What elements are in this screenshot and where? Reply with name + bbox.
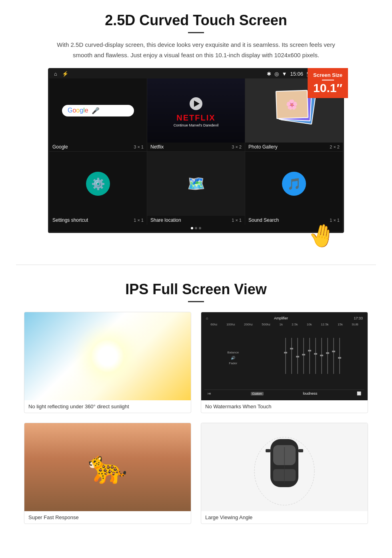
amp-left-labels: Balance 🔊 Fader <box>227 351 239 365</box>
google-logo: Google <box>68 107 88 114</box>
amp-loudness-label: loudness <box>303 391 317 395</box>
share-app-inner: 🗺️ <box>147 152 245 216</box>
amp-vol-icon: 🔊 <box>231 356 235 360</box>
amp-home-icon: ⌂ <box>206 316 208 320</box>
freq-labels: 60hz 100hz 200hz 500hz 1k 2.5k 10k 12.5k… <box>204 323 364 326</box>
gallery-label-row: Photo Gallery 2 × 2 <box>245 143 343 151</box>
section-curved-screen: 2.5D Curved Touch Screen With 2.5D curve… <box>0 0 392 257</box>
cheetah-icon: 🐆 <box>88 448 128 486</box>
svg-rect-11 <box>314 353 317 355</box>
svg-rect-26 <box>298 449 303 452</box>
svg-rect-9 <box>308 350 311 351</box>
status-time: 15:06 <box>290 71 303 77</box>
maps-icon: 🗺️ <box>187 175 205 192</box>
feature-car: Large Viewing Angle <box>201 423 368 524</box>
sound-app-cell[interactable]: 🎵 Sound Search 1 × 1 <box>245 152 343 225</box>
google-mic-icon[interactable]: 🎤 <box>92 107 100 114</box>
feature-cheetah: 🐆 Super Fast Response <box>24 423 191 524</box>
title-divider <box>188 32 204 33</box>
share-label: Share location <box>150 217 181 223</box>
netflix-content: NETFLIX Continue Marvel's Daredevil <box>174 94 218 127</box>
music-note-icon: 🎵 <box>287 177 301 191</box>
svg-rect-5 <box>296 356 299 357</box>
settings-icon-circle: ⚙️ <box>86 172 110 196</box>
settings-app-inner: ⚙️ <box>49 152 147 216</box>
hand-pointer-icon: 🤚 <box>306 221 338 251</box>
play-triangle-icon <box>194 100 200 107</box>
device-screen: ⌂ ⚡ ✱ ◎ ▼ 15:06 📷 🔊 ✖ ▭ <box>48 68 344 233</box>
amp-top-bar: ⌂ Amplifier 17:33 <box>204 315 364 321</box>
car-bg <box>201 423 368 511</box>
google-app-cell[interactable]: Google 🎤 Google 3 × 1 <box>49 78 147 151</box>
svg-rect-3 <box>290 348 293 349</box>
amp-toggle-icon[interactable]: ⬜ <box>357 391 361 395</box>
location-icon: ◎ <box>274 71 279 77</box>
cheetah-bg: 🐆 <box>24 423 191 511</box>
section1-title: 2.5D Curved Touch Screen <box>24 12 368 29</box>
cheetah-caption: Super Fast Response <box>24 511 191 524</box>
svg-rect-25 <box>266 449 270 452</box>
sound-bg: 🎵 <box>245 152 343 216</box>
photo-card-3: 🌸 <box>276 90 308 119</box>
netflix-label-row: Netflix 3 × 2 <box>147 143 245 151</box>
bluetooth-icon: ✱ <box>267 71 271 77</box>
netflix-subtitle: Continue Marvel's Daredevil <box>174 123 218 127</box>
netflix-app-inner: NETFLIX Continue Marvel's Daredevil <box>147 78 245 143</box>
netflix-size: 3 × 2 <box>232 145 242 149</box>
sunlight-bg <box>24 312 191 400</box>
feature-grid: No light reflecting under 360° direct su… <box>24 312 368 524</box>
section2-divider <box>188 301 204 302</box>
amp-time: 17:33 <box>354 316 363 320</box>
car-img-area <box>201 423 368 511</box>
screen-size-value: 10.1″ <box>313 82 342 94</box>
sunlight-img-area <box>24 312 191 400</box>
settings-app-cell[interactable]: ⚙️ Settings shortcut 1 × 1 <box>49 152 147 225</box>
netflix-app-cell[interactable]: NETFLIX Continue Marvel's Daredevil Netf… <box>147 78 245 151</box>
home-icon[interactable]: ⌂ <box>54 71 57 77</box>
screen-size-badge: Screen Size 10.1″ <box>308 68 348 98</box>
screen-size-label: Screen Size <box>313 72 342 78</box>
amp-title: Amplifier <box>274 316 288 320</box>
settings-size: 1 × 1 <box>134 218 144 223</box>
feature-amplifier: ⌂ Amplifier 17:33 60hz 100hz 200hz 500hz… <box>201 312 368 413</box>
share-app-cell[interactable]: 🗺️ Share location 1 × 1 <box>147 152 245 225</box>
settings-label: Settings shortcut <box>52 217 88 223</box>
google-search-bar[interactable]: Google 🎤 <box>62 105 134 116</box>
google-app-inner: Google 🎤 <box>49 78 147 143</box>
svg-rect-13 <box>320 355 323 356</box>
amp-sliders-svg <box>282 334 342 382</box>
music-icon-circle: 🎵 <box>282 172 306 196</box>
svg-rect-1 <box>284 352 287 353</box>
badge-divider <box>322 80 334 80</box>
netflix-bg: NETFLIX Continue Marvel's Daredevil <box>147 78 245 143</box>
svg-rect-7 <box>302 354 305 355</box>
section1-description: With 2.5D curved-display screen, this de… <box>56 40 336 60</box>
amp-custom-btn[interactable]: Custom <box>251 392 264 395</box>
settings-gear-icon: ⚙️ <box>91 177 105 191</box>
photo-stack: 🌸 <box>276 92 312 128</box>
device-wrapper: Screen Size 10.1″ ⌂ ⚡ ✱ ◎ ▼ 15:06 📷 🔊 ✖ <box>48 68 344 233</box>
amplifier-caption: No Watermarks When Touch <box>201 400 368 413</box>
section-divider <box>16 265 376 265</box>
app-grid: Google 🎤 Google 3 × 1 <box>49 78 343 225</box>
netflix-play-btn[interactable] <box>190 97 202 110</box>
share-bg: 🗺️ <box>147 152 245 216</box>
section-ips-view: IPS Full Screen View No light reflecting… <box>0 273 392 536</box>
sound-app-inner: 🎵 <box>245 152 343 216</box>
svg-rect-17 <box>332 351 335 352</box>
cheetah-img-area: 🐆 <box>24 423 191 511</box>
amp-back-icon: ⏮ <box>208 391 211 395</box>
google-bg: Google 🎤 <box>49 78 147 143</box>
car-caption: Large Viewing Angle <box>201 511 368 524</box>
svg-rect-19 <box>338 357 341 359</box>
car-top-view-svg <box>252 427 316 507</box>
flower-icon: 🌸 <box>286 98 298 110</box>
usb-icon: ⚡ <box>62 71 68 77</box>
status-bar-left: ⌂ ⚡ <box>54 71 68 77</box>
section2-title: IPS Full Screen View <box>24 281 368 298</box>
wifi-icon: ▼ <box>282 71 287 77</box>
settings-bg: ⚙️ <box>49 152 147 216</box>
netflix-label: Netflix <box>150 144 164 150</box>
gallery-size: 2 × 2 <box>330 145 340 149</box>
hand-pointer-area: 🤚 <box>24 223 336 249</box>
